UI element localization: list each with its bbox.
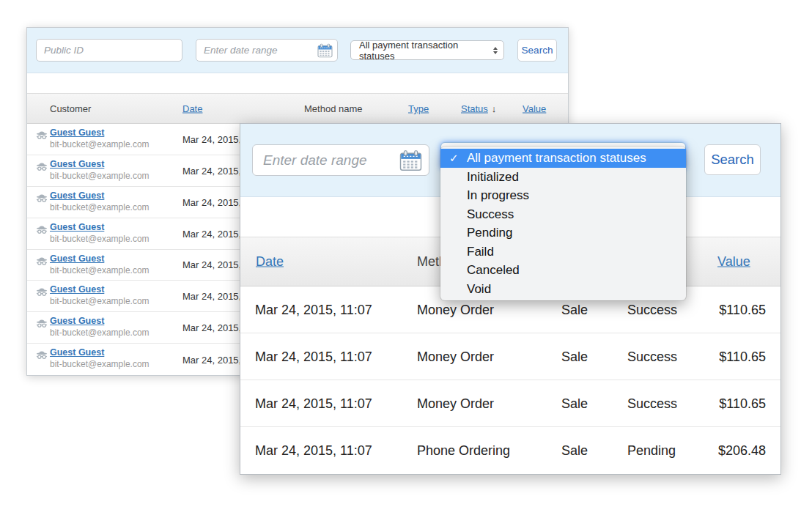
transaction-date: Mar 24, 2015, 11:07 — [255, 349, 372, 364]
transaction-value: $110.65 — [719, 396, 766, 411]
transaction-date: Mar 24, 2015, — [182, 322, 241, 333]
transaction-date: Mar 24, 2015, 11:07 — [255, 302, 372, 317]
customer-name-link[interactable]: Guest Guest — [50, 284, 104, 295]
status-select-value: All payment transaction statuses — [359, 40, 487, 62]
customer-name-link[interactable]: Guest Guest — [50, 347, 104, 358]
column-header-method-name: Method name — [304, 103, 363, 114]
column-header-value[interactable]: Value — [523, 103, 546, 114]
column-header-value[interactable]: Value — [717, 254, 750, 270]
status-dropdown-menu: ✓ All payment transaction statuses Initi… — [440, 147, 686, 300]
transaction-type: Sale — [561, 349, 588, 364]
table-header-back: Customer Date Method name Type Status↓ V… — [27, 93, 568, 124]
payment-transactions-screen: All payment transaction statuses Search … — [0, 0, 812, 507]
guest-user-icon — [36, 193, 48, 203]
guest-user-icon — [36, 225, 48, 234]
transaction-type: Sale — [561, 443, 588, 459]
customer-email: bit-bucket@example.com — [50, 171, 150, 181]
customer-name-link[interactable]: Guest Guest — [50, 159, 104, 169]
column-header-date[interactable]: Date — [182, 103, 202, 114]
transaction-date: Mar 24, 2015, — [182, 133, 241, 144]
transaction-date: Mar 24, 2015, — [182, 354, 241, 365]
guest-user-icon — [36, 130, 48, 140]
transaction-date: Mar 24, 2015, 11:07 — [255, 396, 372, 411]
column-header-status[interactable]: Status↓ — [461, 103, 496, 114]
customer-email: bit-bucket@example.com — [50, 139, 150, 149]
guest-user-icon — [36, 162, 48, 171]
dropdown-option[interactable]: Void — [440, 280, 686, 299]
dropdown-option[interactable]: Faild — [440, 243, 686, 262]
customer-email: bit-bucket@example.com — [50, 202, 150, 212]
guest-user-icon — [36, 319, 48, 328]
transactions-panel-front: Search Date Method name Type Status Valu… — [240, 123, 781, 475]
column-header-customer: Customer — [50, 103, 91, 114]
table-row[interactable]: Mar 24, 2015, 11:07 Money Order Sale Suc… — [240, 333, 780, 380]
search-button[interactable]: Search — [517, 39, 557, 62]
search-button[interactable]: Search — [704, 144, 761, 175]
dropdown-option[interactable]: Success — [440, 205, 686, 224]
customer-name-link[interactable]: Guest Guest — [50, 127, 104, 138]
transaction-date: Mar 24, 2015, — [182, 259, 241, 270]
filter-bar-back: All payment transaction statuses Search — [27, 28, 568, 73]
transaction-status: Pending — [627, 443, 676, 459]
dropdown-option[interactable]: Pending — [440, 223, 686, 243]
customer-name-link[interactable]: Guest Guest — [50, 316, 104, 326]
calendar-icon[interactable] — [317, 43, 333, 57]
transaction-date: Mar 24, 2015, 11:07 — [255, 443, 372, 459]
status-select[interactable]: All payment transaction statuses — [350, 40, 504, 60]
transaction-method: Money Order — [417, 349, 494, 364]
customer-email: bit-bucket@example.com — [50, 359, 150, 369]
table-body-front: Mar 24, 2015, 11:07 Money Order Sale Suc… — [240, 286, 780, 474]
dropdown-option[interactable]: In progress — [440, 186, 686, 205]
customer-email: bit-bucket@example.com — [50, 265, 150, 275]
dropdown-option[interactable]: Canceled — [440, 261, 686, 280]
guest-user-icon — [36, 350, 48, 360]
transaction-date: Mar 24, 2015, — [182, 228, 241, 239]
transaction-date: Mar 24, 2015, — [182, 291, 241, 302]
transaction-date: Mar 24, 2015, — [182, 165, 241, 176]
dropdown-option[interactable]: Initialized — [440, 168, 686, 187]
transaction-method: Money Order — [417, 302, 494, 317]
transaction-method: Money Order — [417, 396, 494, 411]
sort-descending-icon: ↓ — [492, 103, 497, 114]
customer-email: bit-bucket@example.com — [50, 296, 150, 306]
customer-name-link[interactable]: Guest Guest — [50, 253, 104, 264]
checkmark-icon: ✓ — [449, 149, 459, 168]
transaction-date: Mar 24, 2015, — [182, 196, 241, 207]
transaction-type: Sale — [561, 396, 588, 411]
guest-user-icon — [36, 256, 48, 266]
select-stepper-icon — [493, 47, 498, 54]
dropdown-option-selected[interactable]: ✓ All payment transaction statuses — [440, 149, 686, 168]
customer-email: bit-bucket@example.com — [50, 327, 150, 338]
column-header-date[interactable]: Date — [256, 254, 284, 270]
guest-user-icon — [36, 287, 48, 297]
date-range-input[interactable] — [196, 39, 338, 62]
public-id-input[interactable] — [36, 39, 182, 62]
customer-email: bit-bucket@example.com — [50, 234, 150, 244]
transaction-value: $206.48 — [718, 443, 766, 459]
customer-name-link[interactable]: Guest Guest — [50, 222, 104, 232]
transaction-value: $110.65 — [719, 349, 766, 364]
transaction-status: Success — [627, 349, 677, 364]
transaction-status: Success — [627, 302, 677, 317]
calendar-icon[interactable] — [399, 150, 422, 171]
table-row[interactable]: Mar 24, 2015, 11:07 Phone Ordering Sale … — [240, 427, 780, 474]
transaction-value: $110.65 — [719, 302, 766, 317]
transaction-type: Sale — [561, 302, 588, 317]
column-header-type[interactable]: Type — [408, 103, 429, 114]
table-row[interactable]: Mar 24, 2015, 11:07 Money Order Sale Suc… — [240, 380, 780, 427]
transaction-status: Success — [627, 396, 677, 411]
customer-name-link[interactable]: Guest Guest — [50, 190, 104, 201]
transaction-method: Phone Ordering — [417, 443, 510, 459]
